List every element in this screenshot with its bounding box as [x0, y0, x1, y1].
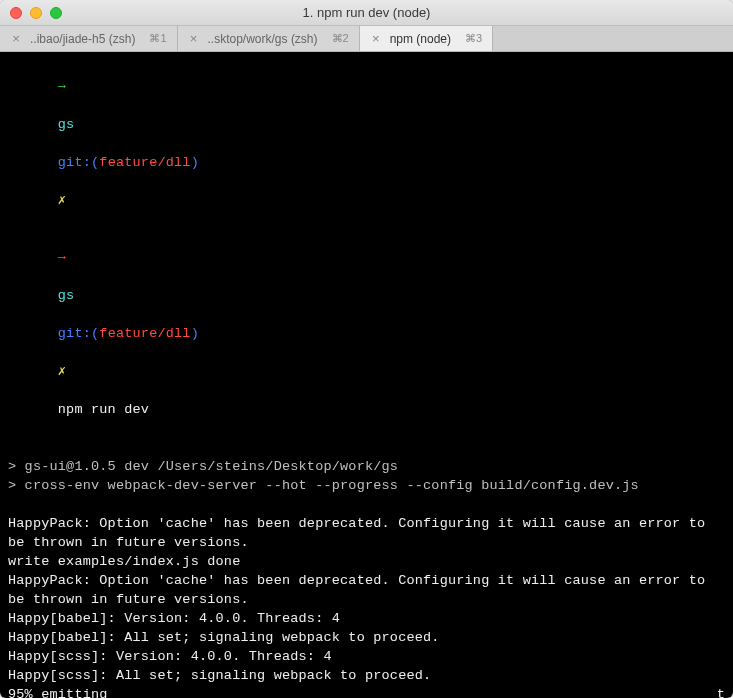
- tab-shortcut: ⌘2: [332, 32, 349, 45]
- output-line: HappyPack: Option 'cache' has been depre…: [8, 571, 725, 609]
- prompt-dir: gs: [58, 117, 75, 132]
- git-branch: feature/dll: [99, 155, 190, 170]
- maximize-icon[interactable]: [50, 7, 62, 19]
- prompt-line: → gs git:(feature/dll) ✗: [8, 58, 725, 229]
- output-line: Happy[scss]: All set; signaling webpack …: [8, 666, 725, 685]
- prompt-arrow-icon: →: [58, 250, 66, 265]
- minimize-icon[interactable]: [30, 7, 42, 19]
- close-icon[interactable]: ×: [370, 31, 382, 46]
- tab-1[interactable]: × ..ibao/jiade-h5 (zsh) ⌘1: [0, 26, 178, 51]
- output-line: HappyPack: Option 'cache' has been depre…: [8, 514, 725, 552]
- git-dirty-icon: ✗: [58, 364, 66, 379]
- tab-label: ..sktop/work/gs (zsh): [208, 32, 318, 46]
- output-line: Happy[scss]: Version: 4.0.0. Threads: 4: [8, 647, 725, 666]
- tab-2[interactable]: × ..sktop/work/gs (zsh) ⌘2: [178, 26, 360, 51]
- close-icon[interactable]: ×: [188, 31, 200, 46]
- git-prefix: git:(: [58, 326, 100, 341]
- tab-label: npm (node): [390, 32, 451, 46]
- tab-3[interactable]: × npm (node) ⌘3: [360, 26, 494, 51]
- prompt-dir: gs: [58, 288, 75, 303]
- output-line: > gs-ui@1.0.5 dev /Users/steins/Desktop/…: [8, 457, 725, 476]
- output-line: > cross-env webpack-dev-server --hot --p…: [8, 476, 725, 495]
- terminal-window: 1. npm run dev (node) × ..ibao/jiade-h5 …: [0, 0, 733, 698]
- progress-trail: t: [717, 685, 725, 698]
- progress-text: 95% emitting: [8, 685, 108, 698]
- git-branch: feature/dll: [99, 326, 190, 341]
- titlebar[interactable]: 1. npm run dev (node): [0, 0, 733, 26]
- close-icon[interactable]: ×: [10, 31, 22, 46]
- command-text: npm run dev: [58, 402, 149, 417]
- tab-shortcut: ⌘3: [465, 32, 482, 45]
- progress-line: 95% emitting t: [8, 685, 725, 698]
- tabs-bar: × ..ibao/jiade-h5 (zsh) ⌘1 × ..sktop/wor…: [0, 26, 733, 52]
- output-line: write examples/index.js done: [8, 552, 725, 571]
- git-prefix: git:(: [58, 155, 100, 170]
- prompt-arrow-icon: →: [58, 79, 66, 94]
- terminal-content[interactable]: → gs git:(feature/dll) ✗ → gs git:(featu…: [0, 52, 733, 698]
- close-icon[interactable]: [10, 7, 22, 19]
- output-line: Happy[babel]: All set; signaling webpack…: [8, 628, 725, 647]
- git-suffix: ): [191, 326, 199, 341]
- traffic-lights: [10, 7, 62, 19]
- window-title: 1. npm run dev (node): [8, 5, 725, 20]
- prompt-line-cmd: → gs git:(feature/dll) ✗ npm run dev: [8, 229, 725, 438]
- tab-shortcut: ⌘1: [149, 32, 166, 45]
- tab-filler: [493, 26, 733, 51]
- output-line: Happy[babel]: Version: 4.0.0. Threads: 4: [8, 609, 725, 628]
- tab-label: ..ibao/jiade-h5 (zsh): [30, 32, 135, 46]
- git-suffix: ): [191, 155, 199, 170]
- git-dirty-icon: ✗: [58, 193, 66, 208]
